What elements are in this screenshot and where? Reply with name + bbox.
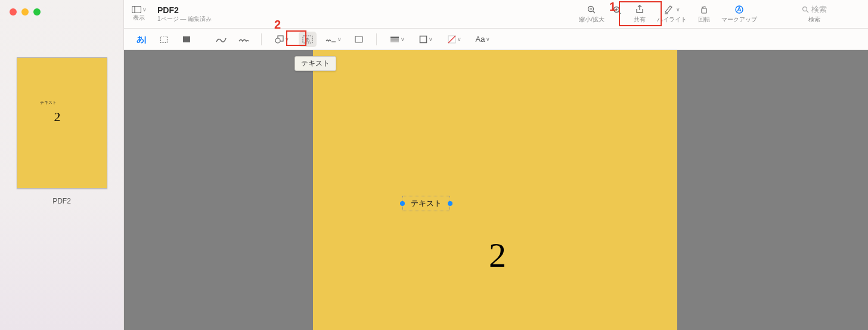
svg-rect-21 [355,36,362,42]
markup-icon [734,4,744,15]
resize-handle-left[interactable] [400,201,405,206]
font-icon: Aa [476,35,485,44]
close-icon[interactable] [10,8,17,16]
sign-icon [326,36,336,43]
window-controls [0,0,123,21]
minimize-icon[interactable] [21,8,29,16]
redact-tool[interactable] [178,32,196,47]
markup-button[interactable]: マークアップ [718,0,761,28]
sign-tool[interactable]: ∨ [321,32,345,47]
draw-icon [238,36,249,43]
chevron-down-icon: ∨ [401,36,405,42]
rotate-icon [700,4,709,15]
fill-color-tool[interactable]: ∨ [442,32,466,47]
view-label: 表示 [133,14,145,22]
zoom-out-icon [587,4,596,15]
thumbnail-panel: テキスト 2 PDF2 [0,21,123,330]
border-color-icon [419,35,427,44]
text-select-icon: あ| [137,34,147,45]
svg-rect-10 [702,8,706,13]
search-label: 検索 [808,16,820,24]
title-text: PDF2 [157,5,212,15]
resize-handle-right[interactable] [448,201,452,206]
text-icon: あ [302,35,313,44]
svg-text:あ: あ [305,37,310,42]
search-placeholder: 検索 [811,4,827,15]
zoom-label: 縮小/拡大 [579,16,604,24]
stroke-style-tool[interactable]: ∨ [385,32,409,47]
subtitle-text: 1ページ — 編集済み [157,15,212,23]
note-icon [355,36,363,43]
markup-toolbar: あ| ∨ あ ∨ ∨ ∨ ∨ Aa∨ [124,29,868,50]
view-menu-button[interactable]: ∨ 表示 [124,0,154,28]
search-field[interactable]: 検索 検索 [761,4,868,24]
fill-color-icon [448,35,456,44]
textbox-content: テキスト [411,198,442,209]
highlight-label: ハイライト [657,16,687,24]
svg-line-3 [593,11,596,13]
highlight-icon: ∨ [664,4,680,15]
svg-rect-25 [420,36,426,42]
shapes-icon [275,35,284,44]
search-icon [802,6,809,13]
sketch-icon [216,36,227,43]
main-area: ∨ 表示 PDF2 1ページ — 編集済み 縮小/拡大 [124,0,868,330]
shapes-tool[interactable]: ∨ [270,32,294,47]
thumbnail-label: PDF2 [10,197,114,205]
draw-tool[interactable] [235,32,253,47]
sidebar: テキスト 2 PDF2 [0,0,124,330]
rect-select-icon [160,35,168,44]
svg-point-12 [803,7,807,11]
page-number-text: 2 [489,235,506,275]
canvas[interactable]: テキスト 2 テキスト [124,50,868,330]
share-icon [636,4,644,15]
svg-rect-15 [183,36,190,42]
tooltip: テキスト [294,56,336,71]
text-tool[interactable]: あ [299,32,317,47]
pdf-page[interactable]: テキスト 2 [313,50,677,330]
chevron-down-icon: ∨ [337,36,342,42]
highlight-button[interactable]: ∨ ハイライト [653,0,690,28]
svg-line-6 [618,12,621,14]
svg-rect-14 [161,36,168,42]
share-label: 共有 [634,16,646,24]
chevron-down-icon: ∨ [429,36,433,42]
chevron-down-icon: ∨ [457,36,461,42]
page-thumbnail[interactable]: テキスト 2 [17,57,107,189]
rect-select-tool[interactable] [155,32,173,47]
maximize-icon[interactable] [33,8,41,16]
thumbnail-page-number: 2 [54,109,61,125]
svg-rect-0 [132,7,141,13]
text-select-tool[interactable]: あ| [132,32,150,47]
rotate-button[interactable]: 回転 [690,0,718,28]
markup-label: マークアップ [721,16,757,24]
svg-point-17 [275,38,280,43]
note-tool[interactable] [350,32,368,47]
document-title: PDF2 1ページ — 編集済み [157,5,212,23]
font-style-tool[interactable]: Aa∨ [471,32,495,47]
redact-icon [182,36,191,43]
zoom-in-button[interactable] [608,0,626,28]
sidebar-icon: ∨ [132,6,147,13]
chevron-down-icon: ∨ [285,36,289,42]
rotate-label: 回転 [698,16,710,24]
thumbnail-textbox: テキスト [40,100,57,106]
stroke-icon [390,36,399,42]
border-color-tool[interactable]: ∨ [414,32,438,47]
zoom-in-icon [613,5,622,16]
sketch-tool[interactable] [212,32,230,47]
share-button[interactable]: 共有 [626,0,653,28]
titlebar: ∨ 表示 PDF2 1ページ — 編集済み 縮小/拡大 [124,0,868,29]
zoom-out-button[interactable]: 縮小/拡大 [575,0,608,28]
text-annotation[interactable]: テキスト [402,196,450,211]
svg-line-13 [807,11,808,13]
chevron-down-icon: ∨ [486,36,490,42]
